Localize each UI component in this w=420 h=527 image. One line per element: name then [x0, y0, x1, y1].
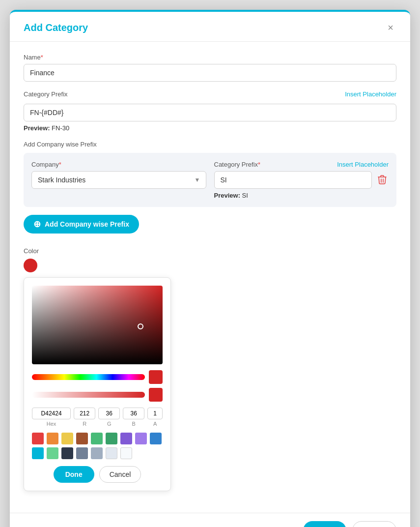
g-label: G: [107, 421, 112, 427]
name-input[interactable]: [24, 64, 396, 82]
a-input-group: A: [147, 408, 163, 427]
add-company-prefix-section-label: Add Company wise Prefix: [24, 141, 396, 148]
prefix-col: Category Prefix* Insert Placeholder: [214, 161, 389, 199]
name-group: Name*: [24, 54, 396, 82]
company-prefix-row: Company* Stark Industries ▼: [31, 161, 389, 199]
modal-body: Name* Category Prefix Insert Placeholder…: [10, 42, 410, 513]
name-label: Name*: [24, 54, 396, 61]
prefix-preview: Preview: FN-30: [24, 124, 396, 132]
color-gradient[interactable]: [32, 286, 163, 364]
category-prefix-input[interactable]: [24, 104, 396, 121]
color-section: Color: [24, 247, 396, 491]
modal-header: Add Category ×: [10, 12, 410, 42]
a-label: A: [153, 421, 157, 427]
company-prefix-section: Company* Stark Industries ▼: [24, 153, 396, 207]
company-col: Company* Stark Industries ▼: [31, 161, 206, 189]
plus-icon: ⊕: [33, 220, 41, 229]
preset-color-14[interactable]: [91, 447, 103, 459]
preset-color-2[interactable]: [47, 433, 58, 444]
picker-actions: Done Cancel: [32, 466, 163, 483]
preset-color-8[interactable]: [135, 433, 147, 444]
g-input-group: G: [98, 408, 120, 427]
prefix-input-wrapper: [214, 171, 389, 189]
g-input[interactable]: [98, 408, 120, 419]
save-button[interactable]: Save: [303, 521, 347, 527]
color-inputs: Hex R G B: [32, 408, 163, 427]
company-prefix-preview: Preview: SI: [214, 192, 389, 199]
preset-color-1[interactable]: [32, 433, 44, 444]
r-input-group: R: [74, 408, 95, 427]
company-insert-placeholder-link[interactable]: Insert Placeholder: [337, 161, 389, 168]
color-swatch[interactable]: [24, 259, 37, 272]
preset-color-12[interactable]: [61, 447, 73, 459]
color-label: Color: [24, 247, 396, 255]
preset-color-9[interactable]: [150, 433, 162, 444]
hex-label: Hex: [47, 421, 56, 427]
preset-color-11[interactable]: [47, 447, 58, 459]
color-done-button[interactable]: Done: [54, 466, 94, 483]
r-input[interactable]: [74, 408, 95, 419]
modal-overlay: Add Category × Name* Category Prefix Ins…: [0, 0, 420, 527]
color-picker: Hex R G B: [24, 277, 171, 491]
company-label: Company*: [31, 161, 206, 168]
hue-slider[interactable]: [32, 374, 145, 380]
hex-input[interactable]: [32, 408, 71, 419]
insert-placeholder-link[interactable]: Insert Placeholder: [345, 90, 396, 98]
category-prefix-label: Category Prefix: [24, 90, 68, 98]
a-input[interactable]: [147, 408, 163, 419]
close-button[interactable]: ×: [385, 22, 396, 33]
opacity-preview-swatch: [149, 388, 163, 402]
cancel-button[interactable]: Cancel: [352, 521, 396, 527]
color-cancel-button[interactable]: Cancel: [99, 466, 141, 483]
preset-color-16[interactable]: [120, 447, 132, 459]
r-label: R: [83, 421, 86, 427]
add-category-modal: Add Category × Name* Category Prefix Ins…: [10, 10, 410, 527]
color-cursor: [138, 323, 143, 329]
b-label: B: [132, 421, 136, 427]
preset-color-13[interactable]: [76, 447, 88, 459]
preset-color-6[interactable]: [106, 433, 117, 444]
opacity-slider[interactable]: [32, 392, 145, 398]
preset-colors: [32, 433, 163, 459]
company-prefix-input[interactable]: [214, 171, 372, 189]
company-select[interactable]: Stark Industries: [31, 171, 206, 189]
preset-color-7[interactable]: [120, 433, 132, 444]
modal-footer: Save Cancel: [10, 513, 410, 527]
add-company-prefix-button[interactable]: ⊕ Add Company wise Prefix: [24, 215, 139, 234]
delete-prefix-button[interactable]: [376, 173, 389, 188]
preset-color-15[interactable]: [106, 447, 117, 459]
preset-color-10[interactable]: [32, 447, 44, 459]
preset-color-4[interactable]: [76, 433, 88, 444]
prefix-col-header: Category Prefix* Insert Placeholder: [214, 161, 389, 168]
prefix-row: Category Prefix Insert Placeholder: [24, 90, 396, 98]
preset-color-3[interactable]: [61, 433, 73, 444]
color-preview-swatch: [149, 370, 163, 384]
company-select-wrapper: Stark Industries ▼: [31, 171, 206, 189]
company-prefix-label: Category Prefix*: [214, 161, 261, 168]
hex-input-group: Hex: [32, 408, 71, 427]
modal-title: Add Category: [24, 22, 88, 33]
b-input-group: B: [123, 408, 144, 427]
opacity-slider-row: [32, 388, 163, 402]
b-input[interactable]: [123, 408, 144, 419]
hue-slider-row: [32, 370, 163, 384]
preset-color-5[interactable]: [91, 433, 103, 444]
category-prefix-group: Category Prefix Insert Placeholder Previ…: [24, 90, 396, 132]
